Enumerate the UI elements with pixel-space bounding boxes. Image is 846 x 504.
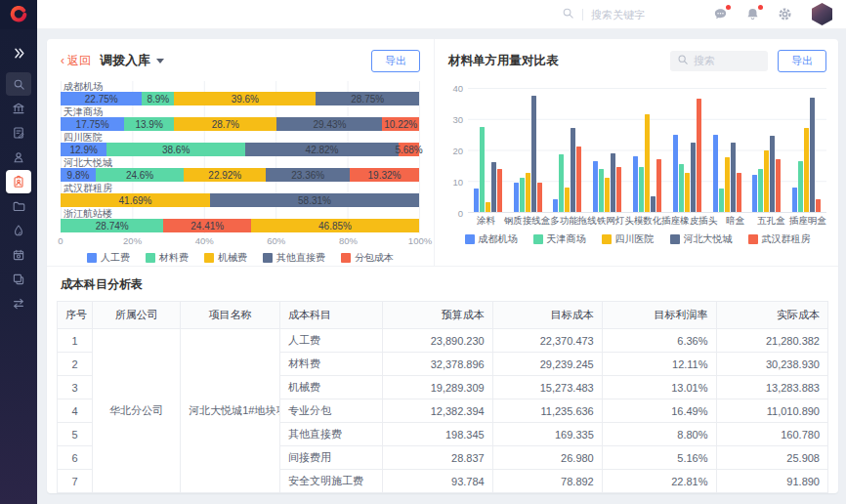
collapse-chevrons-icon[interactable]: [6, 41, 31, 64]
clipboard-user-icon[interactable]: [6, 170, 31, 193]
bar[interactable]: [486, 202, 490, 212]
bar[interactable]: [526, 173, 530, 212]
bar[interactable]: [514, 183, 519, 212]
bar[interactable]: [645, 114, 650, 212]
bar[interactable]: [565, 188, 570, 212]
bar-segment[interactable]: 19.32%: [350, 168, 419, 182]
bar[interactable]: [752, 175, 757, 212]
bar-segment[interactable]: 42.82%: [245, 143, 399, 156]
bar[interactable]: [770, 136, 775, 212]
calendar-gear-icon[interactable]: [6, 243, 31, 267]
bar[interactable]: [571, 128, 575, 212]
bar[interactable]: [691, 143, 696, 212]
bar[interactable]: [737, 173, 741, 212]
chevron-down-icon[interactable]: [156, 59, 164, 63]
copy-icon[interactable]: [6, 268, 31, 291]
bank-icon[interactable]: [6, 97, 31, 120]
bar[interactable]: [480, 127, 485, 212]
bar-segment[interactable]: 10.22%: [382, 117, 419, 131]
bar-segment[interactable]: 28.75%: [316, 92, 419, 105]
bar[interactable]: [679, 164, 684, 212]
legend-item[interactable]: 机械费: [204, 251, 247, 265]
bar[interactable]: [474, 189, 479, 212]
bar[interactable]: [719, 189, 724, 212]
bar[interactable]: [656, 159, 661, 212]
bar[interactable]: [731, 143, 736, 212]
legend-item[interactable]: 材料费: [146, 251, 189, 265]
export-button[interactable]: 导出: [778, 50, 826, 72]
bar[interactable]: [816, 199, 821, 212]
bar[interactable]: [611, 153, 615, 212]
chart-search-input[interactable]: [694, 55, 756, 66]
bar-segment[interactable]: 17.75%: [61, 117, 124, 131]
bar-segment[interactable]: 28.74%: [61, 219, 163, 232]
bar-segment[interactable]: 38.6%: [106, 143, 245, 156]
bar[interactable]: [616, 167, 621, 212]
bar-segment[interactable]: 39.6%: [174, 92, 316, 105]
bar-segment[interactable]: 24.41%: [163, 219, 251, 232]
search-icon[interactable]: [6, 72, 31, 96]
bar-segment[interactable]: 58.31%: [210, 193, 419, 207]
bar-segment[interactable]: 22.92%: [184, 168, 266, 182]
bar-segment[interactable]: 23.36%: [266, 168, 350, 182]
bar[interactable]: [599, 169, 604, 212]
legend-item[interactable]: 武汉群租房: [748, 232, 811, 246]
bar[interactable]: [685, 173, 690, 212]
bar[interactable]: [776, 159, 781, 212]
bar[interactable]: [497, 169, 502, 212]
document-edit-icon[interactable]: [6, 121, 31, 145]
folder-icon[interactable]: [6, 194, 31, 218]
legend-item[interactable]: 其他直接费: [263, 251, 325, 265]
bar-segment[interactable]: 46.85%: [251, 219, 419, 232]
bar[interactable]: [553, 199, 558, 212]
bar[interactable]: [792, 188, 797, 212]
bar-segment[interactable]: 41.69%: [61, 193, 210, 207]
bar[interactable]: [491, 162, 496, 212]
bar-segment[interactable]: 22.75%: [61, 92, 142, 105]
bar[interactable]: [804, 128, 809, 212]
legend-item[interactable]: 四川医院: [602, 232, 655, 246]
table-row[interactable]: 1华北分公司河北大悦城1#地块项目人工费23,890.23022,370.473…: [58, 329, 828, 353]
bar[interactable]: [798, 161, 803, 212]
bar[interactable]: [531, 96, 536, 212]
comment-icon[interactable]: [712, 7, 728, 22]
bar[interactable]: [764, 150, 769, 213]
bar-segment[interactable]: 5.68%: [399, 143, 419, 156]
bar[interactable]: [651, 196, 656, 212]
transfer-icon[interactable]: [6, 292, 31, 315]
bar[interactable]: [520, 178, 525, 212]
bar-segment[interactable]: 8.9%: [142, 92, 174, 105]
export-button[interactable]: 导出: [371, 50, 420, 72]
bar-segment[interactable]: 13.9%: [124, 117, 174, 131]
bar[interactable]: [810, 98, 815, 212]
user-stamp-icon[interactable]: [6, 146, 31, 169]
bar[interactable]: [697, 99, 701, 212]
bar[interactable]: [576, 147, 581, 212]
bar[interactable]: [593, 161, 598, 212]
legend-item[interactable]: 天津商场: [533, 232, 586, 246]
app-logo[interactable]: [0, 0, 37, 29]
bar-segment[interactable]: 28.7%: [174, 117, 276, 131]
bar-segment[interactable]: 29.43%: [276, 117, 382, 131]
legend-item[interactable]: 河北大悦城: [670, 232, 733, 246]
bar[interactable]: [559, 154, 564, 212]
bar-segment[interactable]: 12.9%: [61, 143, 106, 156]
bar[interactable]: [537, 183, 542, 212]
bar[interactable]: [713, 135, 718, 212]
bar[interactable]: [758, 169, 763, 212]
bar-segment[interactable]: 24.6%: [96, 168, 184, 182]
legend-item[interactable]: 人工费: [87, 251, 130, 265]
bar[interactable]: [673, 135, 678, 212]
droplet-icon[interactable]: [6, 219, 31, 242]
bar[interactable]: [725, 157, 730, 212]
back-button[interactable]: ‹ 返回: [61, 53, 91, 69]
bar[interactable]: [639, 167, 644, 212]
global-search-input[interactable]: [591, 9, 693, 21]
user-avatar[interactable]: [812, 3, 832, 25]
bar[interactable]: [633, 156, 638, 212]
bell-icon[interactable]: [744, 7, 760, 22]
gear-icon[interactable]: [777, 7, 792, 22]
bar[interactable]: [605, 178, 610, 212]
legend-item[interactable]: 分包成本: [341, 251, 394, 265]
bar-segment[interactable]: 9.8%: [61, 168, 96, 182]
